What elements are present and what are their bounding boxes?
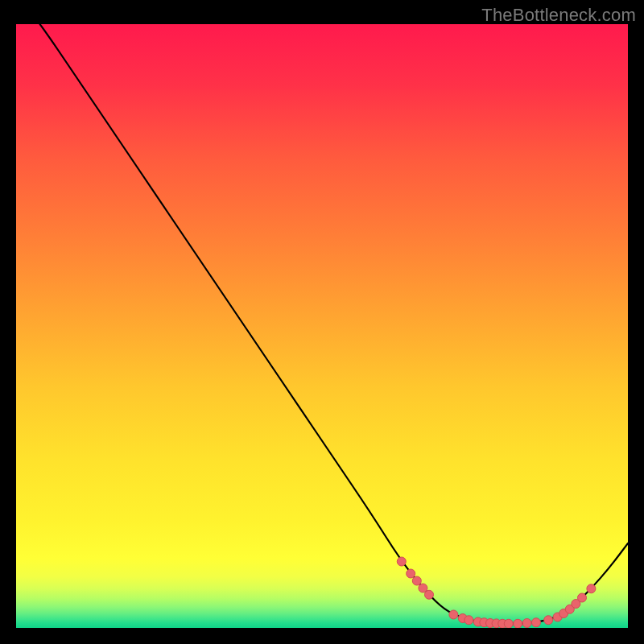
data-marker bbox=[425, 590, 434, 599]
chart-svg bbox=[16, 24, 628, 628]
data-marker bbox=[504, 619, 513, 628]
data-marker bbox=[544, 616, 553, 625]
data-marker bbox=[522, 619, 531, 628]
data-marker bbox=[412, 576, 421, 585]
data-marker bbox=[407, 569, 415, 578]
data-marker bbox=[449, 610, 458, 619]
plot-area bbox=[16, 24, 628, 628]
data-marker bbox=[587, 584, 596, 593]
chart-container: TheBottleneck.com bbox=[0, 0, 644, 644]
data-marker bbox=[578, 593, 587, 602]
watermark-text: TheBottleneck.com bbox=[481, 5, 636, 26]
gradient-background bbox=[16, 24, 628, 628]
data-marker bbox=[532, 618, 541, 627]
data-marker bbox=[514, 619, 522, 628]
data-marker bbox=[397, 557, 406, 566]
data-marker bbox=[464, 616, 473, 625]
